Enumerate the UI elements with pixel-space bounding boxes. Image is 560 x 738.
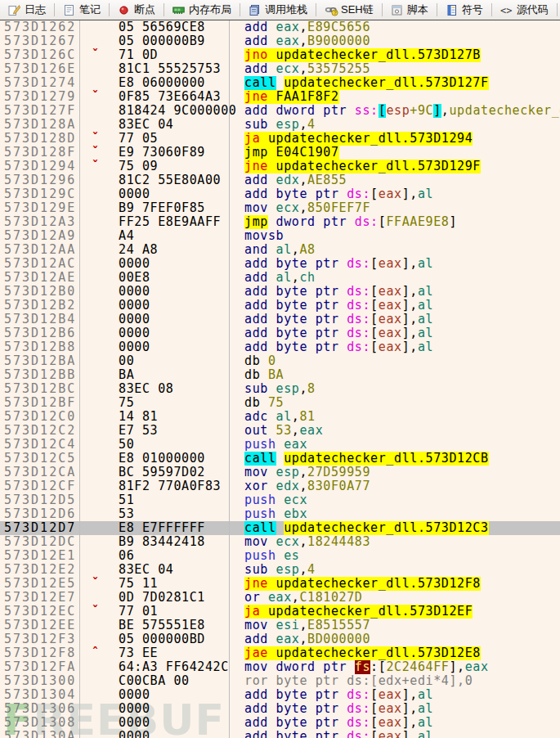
address-cell: 573D12A3 [0,215,79,229]
jump-marker [79,271,119,285]
disasm-row[interactable]: 573D1300C00CBA 00ror byte ptr ds:[edx+ed… [0,674,560,688]
disasm-row[interactable]: 573D12AC0000add byte ptr ds:[eax],al [0,257,560,271]
disasm-row[interactable]: 573D1274E8 06000000call updatechecker_dl… [0,76,560,90]
disasm-row[interactable]: 573D13060000add byte ptr ds:[eax],al [0,702,560,716]
address-cell: 573D1304 [0,688,79,702]
disasm-row[interactable]: 573D12D7E8 E7FFFFFFcall updatechecker_dl… [0,521,560,535]
disasm-row[interactable]: 573D12BF75db 75 [0,396,560,410]
disasm-row[interactable]: 573D12BA00db 0 [0,354,560,368]
disasm-row[interactable]: 573D13080000add byte ptr ds:[eax],al [0,716,560,730]
disasm-row[interactable]: 573D13040000add byte ptr ds:[eax],al [0,688,560,702]
disasm-row[interactable]: 573D129EB9 7FEF0F85mov ecx,850FEF7F [0,201,560,215]
instruction-cell: and al,A8 [241,243,560,257]
bytes-cell: 77 05 [119,132,241,146]
tab-symbols[interactable]: 符号 [437,0,491,20]
tab-memory-map[interactable]: 内存布局 [164,0,240,20]
tab-call-stack[interactable]: 调用堆栈 [240,0,316,20]
disasm-row[interactable]: 573D12DCB9 83442418mov ecx,18244483 [0,535,560,549]
jump-marker [79,229,119,243]
disasm-row[interactable]: 573D126Cˇ71 0Djno updatechecker_dll.573D… [0,48,560,62]
disasm-row[interactable]: 573D12E5ˇ75 11jne updatechecker_dll.573D… [0,577,560,591]
instruction-cell: adc al,81 [241,410,560,424]
address-cell: 573D12C2 [0,424,79,438]
disassembly-rows: 573D126205 56569CE8add eax,E89C5656573D1… [0,20,560,738]
instruction-cell: call updatechecker_dll.573D12CB [241,452,560,466]
disasm-row[interactable]: 573D12C014 81adc al,81 [0,410,560,424]
instruction-cell: jne updatechecker_dll.573D129F [241,160,560,173]
disasm-row[interactable]: 573D12ECˇ77 01ja updatechecker_dll.573D1… [0,605,560,619]
disasm-row[interactable]: 573D128FˇE9 73060F89jmp E04C1907 [0,146,560,160]
tab-breakpoints[interactable]: 断点 [110,0,164,20]
jump-marker [79,299,119,313]
disasm-row[interactable]: 573D12AA24 A8and al,A8 [0,243,560,257]
disasm-row[interactable]: 573D12BC83EC 08sub esp,8 [0,382,560,396]
address-cell: 573D128D [0,132,79,146]
tab-script[interactable]: 脚本 [383,0,437,20]
disasm-row[interactable]: 573D12A3FF25 E8E9AAFFjmp dword ptr ds:[F… [0,215,560,229]
jump-marker [79,549,119,563]
disasm-row[interactable]: 573D12F8ˆ73 EEjae updatechecker_dll.573D… [0,646,560,660]
jump-marker [79,660,119,674]
disasm-row[interactable]: 573D12E70D 7D0281C1or eax,C181027D [0,591,560,605]
disasm-row[interactable]: 573D129681C2 55E80A00add edx,AE855 [0,173,560,187]
disasm-row[interactable]: 573D12B60000add byte ptr ds:[eax],al [0,326,560,340]
disasm-row[interactable]: 573D12C5E8 01000000call updatechecker_dl… [0,452,560,466]
tab-seh-chain[interactable]: ?SEH链 [316,0,382,20]
source-icon: <> [500,4,513,16]
jump-marker [79,632,119,646]
disasm-row[interactable]: 573D126E81C1 55525753add ecx,53575255 [0,62,560,76]
bytes-cell: E8 01000000 [119,452,241,466]
address-cell: 573D12F8 [0,646,79,660]
disasm-row[interactable]: 573D127F818424 9C000000add dword ptr ss:… [0,104,560,118]
disasm-row[interactable]: 573D12B20000add byte ptr ds:[eax],al [0,299,560,313]
disasm-row[interactable]: 573D1279ˇ0F85 73E664A3jne FAA1F8F2 [0,90,560,104]
jump-marker [79,368,119,382]
disasm-row[interactable]: 573D12B00000add byte ptr ds:[eax],al [0,285,560,299]
disasm-row[interactable]: 573D12FA64:A3 FF64242Cmov dword ptr fs:[… [0,660,560,674]
disasm-row[interactable]: 573D12B80000add byte ptr ds:[eax],al [0,340,560,354]
disasm-row[interactable]: 573D12EEBE 575551E8mov esi,E8515557 [0,619,560,632]
bytes-cell: 24 A8 [119,243,241,257]
disasm-row[interactable]: 573D12D551push ecx [0,493,560,507]
address-cell: 573D12EE [0,619,79,632]
bytes-cell: 05 000000B9 [119,34,241,48]
instruction-cell: add edx,AE855 [241,173,560,187]
disasm-row[interactable]: 573D12E106push es [0,549,560,563]
disasm-row[interactable]: 573D12F305 000000BDadd eax,BD000000 [0,632,560,646]
disasm-row[interactable]: 573D130A0000add byte ptr ds:[eax],al [0,730,560,738]
tab-notes[interactable]: 笔记 [55,0,109,20]
bytes-cell: 75 09 [119,160,241,173]
tab-log[interactable]: 日志 [0,0,54,20]
instruction-cell: out 53,eax [241,424,560,438]
disasm-row[interactable]: 573D12CF81F2 770A0F83xor edx,830F0A77 [0,479,560,493]
instruction-cell: ja updatechecker_dll.573D1294 [241,132,560,146]
disasm-row[interactable]: 573D12D653push ebx [0,507,560,521]
disasm-row[interactable]: 573D126205 56569CE8add eax,E89C5656 [0,20,560,34]
disasm-row[interactable]: 573D129C0000add byte ptr ds:[eax],al [0,187,560,201]
instruction-cell: push ebx [241,507,560,521]
instruction-cell: add byte ptr ds:[eax],al [241,688,560,702]
disasm-row[interactable]: 573D12B40000add byte ptr ds:[eax],al [0,313,560,326]
disasm-row[interactable]: 573D128Dˇ77 05ja updatechecker_dll.573D1… [0,132,560,146]
jump-marker [79,62,119,76]
disasm-row[interactable]: 573D12CABC 59597D02mov esp,27D59959 [0,466,560,479]
disasm-row[interactable]: 573D1294ˇ75 09jne updatechecker_dll.573D… [0,160,560,173]
jump-marker [79,591,119,605]
bytes-cell: 83EC 08 [119,382,241,396]
disasm-row[interactable]: 573D12E283EC 04sub esp,4 [0,563,560,577]
disasm-row[interactable]: 573D12C450push eax [0,438,560,452]
tab-source[interactable]: <>源代码 [492,0,557,20]
instruction-cell: jne FAA1F8F2 [241,90,560,104]
instruction-cell: jne updatechecker_dll.573D12F8 [241,577,560,591]
disasm-row[interactable]: 573D126705 000000B9add eax,B9000000 [0,34,560,48]
disassembly-panel[interactable]: FREEBUF 573D126205 56569CE8add eax,E89C5… [0,20,560,738]
disasm-row[interactable]: 573D12AE00E8add al,ch [0,271,560,285]
bytes-cell: 0000 [119,688,241,702]
address-cell: 573D128F [0,146,79,160]
disasm-row[interactable]: 573D128A83EC 04sub esp,4 [0,118,560,132]
disasm-row[interactable]: 573D12A9A4movsb [0,229,560,243]
disasm-row[interactable]: 573D12C2E7 53out 53,eax [0,424,560,438]
address-cell: 573D1274 [0,76,79,90]
disasm-row[interactable]: 573D12BBBAdb BA [0,368,560,382]
jump-marker: ˇ [79,48,119,62]
